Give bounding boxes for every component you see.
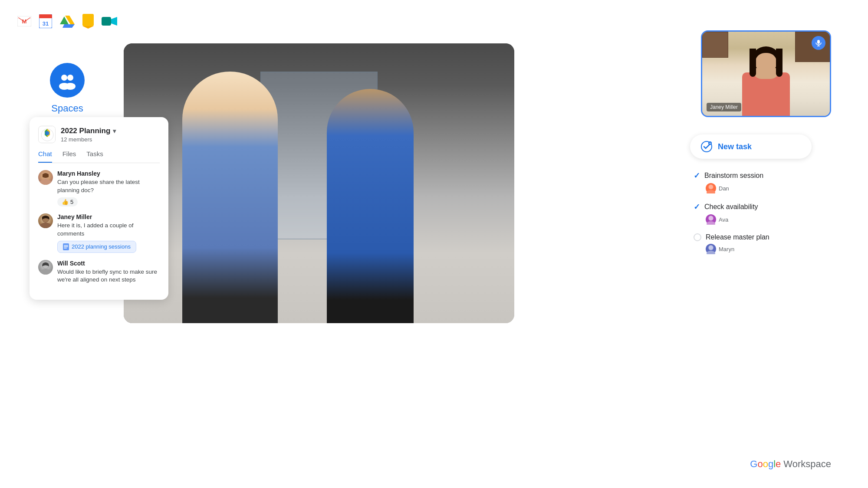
task-1-name: Brainstorm session [704, 172, 763, 180]
task-3-row: Release master plan [694, 233, 812, 241]
task-3-assignee: Maryn [706, 244, 812, 254]
svg-point-34 [707, 190, 715, 193]
doc-icon [63, 243, 69, 250]
new-task-button[interactable]: + New task [690, 134, 812, 159]
message-1-content: Maryn Hansley Can you please share the l… [57, 170, 160, 206]
svg-point-11 [67, 75, 73, 81]
task-2-assignee-name: Ava [719, 216, 728, 223]
svg-marker-9 [111, 17, 117, 26]
author-maryn: Maryn Hansley [57, 170, 160, 177]
svg-point-21 [39, 223, 52, 228]
new-task-icon: + [700, 141, 713, 153]
doc-chip-label: 2022 planning sessions [72, 243, 131, 250]
thumbs-up-icon: 👍 [62, 199, 69, 205]
task-item-1: ✓ Brainstorm session Dan [694, 171, 812, 193]
message-3-text: Would like to briefly sync to make sure … [57, 268, 160, 285]
meet-icon[interactable] [102, 16, 117, 26]
mic-icon [815, 39, 822, 46]
svg-text:M: M [22, 18, 27, 25]
svg-rect-26 [64, 248, 67, 249]
video-person-name: Janey Miller [710, 104, 738, 110]
assignee-avatar-dan [706, 183, 716, 193]
message-2-text: Here it is, I added a couple of comments [57, 222, 160, 238]
svg-rect-8 [102, 17, 111, 26]
tab-chat[interactable]: Chat [38, 150, 52, 163]
mic-active-button[interactable] [812, 36, 825, 50]
task-3-check-icon [694, 233, 701, 241]
google-brand-text: Google [750, 459, 781, 470]
people-icon [58, 71, 77, 90]
drive-icon[interactable] [60, 15, 75, 28]
chat-tabs: Chat Files Tasks [38, 150, 160, 163]
gmail-icon[interactable]: M [17, 16, 31, 26]
calendar-icon[interactable]: 31 [39, 14, 52, 28]
assignee-avatar-maryn [706, 244, 716, 254]
author-janey: Janey Miller [57, 213, 160, 220]
avatar-janey [38, 213, 53, 228]
tab-tasks[interactable]: Tasks [86, 150, 103, 163]
svg-point-28 [39, 269, 52, 275]
svg-text:31: 31 [43, 20, 49, 27]
task-item-2: ✓ Check availability Ava [694, 202, 812, 225]
spaces-label: Spaces [51, 103, 83, 114]
task-2-name: Check availability [704, 203, 758, 211]
task-1-assignee: Dan [706, 183, 812, 193]
svg-point-16 [45, 131, 49, 135]
svg-rect-25 [64, 246, 68, 247]
svg-point-41 [709, 246, 713, 250]
svg-point-35 [709, 185, 713, 189]
google-workspace-branding: Google Workspace [750, 459, 831, 470]
svg-point-38 [709, 216, 713, 220]
task-1-row: ✓ Brainstorm session [694, 171, 812, 180]
task-2-check-icon: ✓ [694, 202, 700, 212]
keep-icon[interactable] [82, 14, 94, 29]
app-icons-bar: M 31 [17, 14, 117, 29]
author-will: Will Scott [57, 260, 160, 267]
dropdown-arrow-icon[interactable]: ▾ [113, 128, 116, 134]
video-call-card[interactable]: Janey Miller [701, 30, 831, 117]
tasks-section: + New task ✓ Brainstorm session Dan [690, 134, 812, 263]
message-3: Will Scott Would like to briefly sync to… [38, 260, 160, 285]
svg-point-40 [707, 251, 715, 254]
space-name: 2022 Planning [61, 127, 110, 135]
task-1-assignee-name: Dan [719, 185, 729, 192]
message-2-content: Janey Miller Here it is, I added a coupl… [57, 213, 160, 253]
main-video-area [124, 43, 514, 323]
reaction-count: 5 [70, 199, 73, 205]
avatar-maryn [38, 170, 53, 185]
task-item-3: Release master plan Maryn [694, 233, 812, 254]
tab-files[interactable]: Files [62, 150, 76, 163]
avatar-will [38, 260, 53, 275]
message-2: Janey Miller Here it is, I added a coupl… [38, 213, 160, 253]
task-list: ✓ Brainstorm session Dan ✓ Check availab… [690, 171, 812, 254]
task-1-check-icon: ✓ [694, 171, 700, 180]
message-1-text: Can you please share the latest planning… [57, 178, 160, 195]
svg-rect-24 [64, 245, 68, 246]
spaces-section[interactable]: Spaces [50, 63, 85, 114]
message-1: Maryn Hansley Can you please share the l… [38, 170, 160, 206]
task-2-row: ✓ Check availability [694, 202, 812, 212]
svg-rect-4 [39, 17, 52, 18]
svg-point-37 [707, 221, 715, 225]
workspace-text: Workspace [783, 459, 831, 470]
message-3-content: Will Scott Would like to briefly sync to… [57, 260, 160, 285]
svg-point-18 [39, 179, 52, 185]
task-3-name: Release master plan [706, 233, 769, 241]
space-logo [38, 126, 56, 143]
svg-point-13 [65, 83, 76, 90]
chat-title: 2022 Planning ▾ [61, 127, 160, 135]
svg-marker-7 [82, 26, 94, 29]
svg-point-10 [61, 75, 67, 81]
video-scene [124, 43, 514, 323]
chat-title-block: 2022 Planning ▾ 12 members [61, 127, 160, 143]
doc-chip[interactable]: 2022 planning sessions [57, 241, 136, 253]
chat-card: 2022 Planning ▾ 12 members Chat Files Ta… [30, 117, 168, 300]
svg-rect-42 [817, 40, 820, 44]
video-call-bg: Janey Miller [702, 32, 830, 116]
assignee-avatar-ava [706, 214, 716, 225]
svg-rect-6 [82, 14, 94, 26]
spaces-icon-circle[interactable] [50, 63, 85, 98]
chat-card-header: 2022 Planning ▾ 12 members [38, 126, 160, 143]
new-task-label: New task [718, 142, 752, 151]
reaction-thumbs-up[interactable]: 👍 5 [57, 197, 78, 206]
